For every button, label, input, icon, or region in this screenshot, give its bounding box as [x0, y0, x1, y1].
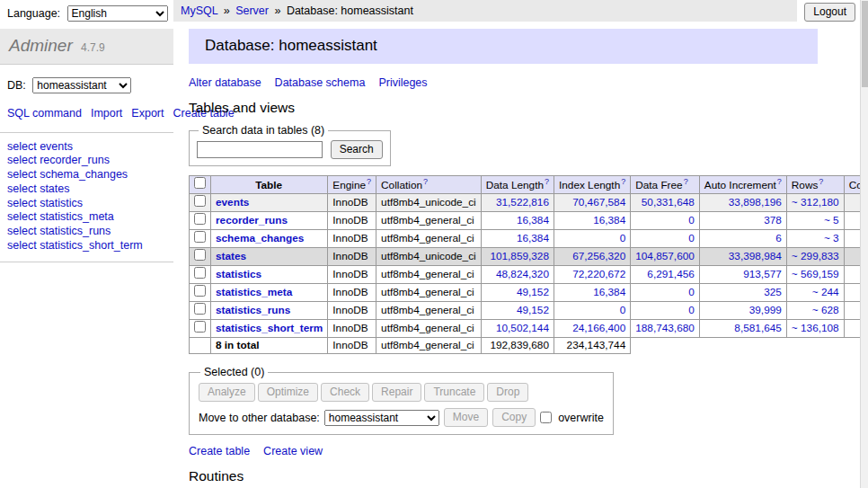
data-length-link[interactable]: 49,152: [517, 304, 549, 316]
breadcrumb-mysql-link[interactable]: MySQL: [181, 4, 217, 17]
move-db-select[interactable]: homeassistant: [324, 410, 439, 426]
data-free-link[interactable]: 0: [688, 232, 695, 244]
sidebar-table-link[interactable]: select statistics_short_term: [7, 239, 166, 253]
bulk-action-button[interactable]: Drop: [487, 383, 528, 402]
data-length-link[interactable]: 16,384: [517, 232, 549, 244]
table-link[interactable]: statistics_runs: [216, 304, 290, 316]
bulk-action-button[interactable]: Optimize: [258, 383, 318, 402]
data-free-link[interactable]: 188,743,680: [635, 322, 695, 334]
column-help-link[interactable]: ?: [684, 177, 688, 186]
bulk-action-button[interactable]: Check: [321, 383, 369, 402]
data-free-link[interactable]: 0: [688, 214, 695, 226]
bulk-action-button[interactable]: Truncate: [424, 383, 484, 402]
table-link[interactable]: statistics: [216, 268, 261, 280]
data-length-link[interactable]: 10,502,144: [496, 322, 549, 334]
sidebar-table-link[interactable]: select schema_changes: [7, 168, 166, 182]
search-button[interactable]: Search: [331, 140, 383, 159]
row-checkbox[interactable]: [194, 321, 206, 333]
search-input[interactable]: [197, 141, 323, 158]
column-help-link[interactable]: ?: [819, 177, 823, 186]
table-link[interactable]: recorder_runs: [216, 214, 288, 226]
logout-button[interactable]: Logout: [804, 3, 855, 22]
sidebar-table-link[interactable]: select recorder_runs: [7, 154, 166, 167]
rows-count-link[interactable]: ~ 299,833: [792, 250, 839, 262]
vertical-scrollbar[interactable]: [860, 0, 868, 488]
data-free-link[interactable]: 0: [688, 286, 695, 298]
db-select[interactable]: homeassistant: [32, 77, 131, 93]
table-link[interactable]: statistics_short_term: [216, 322, 323, 334]
index-length-link[interactable]: 16,384: [593, 286, 625, 298]
bulk-action-button[interactable]: Repair: [372, 383, 421, 402]
action-link[interactable]: Alter database: [189, 76, 261, 89]
table-link[interactable]: statistics_meta: [216, 286, 292, 298]
adminer-logo-link[interactable]: Adminer: [9, 36, 73, 55]
data-length-link[interactable]: 31,522,816: [496, 196, 549, 209]
data-free-link[interactable]: 104,857,600: [635, 250, 695, 262]
action-link[interactable]: Create table: [189, 445, 250, 457]
rows-count-link[interactable]: ~ 5: [824, 214, 839, 226]
auto-increment-link[interactable]: 6: [775, 232, 782, 244]
auto-increment-link[interactable]: 39,999: [749, 304, 782, 316]
index-length-link[interactable]: 0: [620, 304, 626, 316]
sidebar-action-link[interactable]: SQL command: [7, 107, 82, 120]
auto-increment-link[interactable]: 33,898,196: [729, 196, 782, 209]
action-link[interactable]: Create view: [263, 445, 323, 457]
index-length-link[interactable]: 70,467,584: [572, 196, 625, 209]
row-checkbox[interactable]: [194, 303, 206, 315]
table-link[interactable]: schema_changes: [216, 232, 304, 244]
bulk-action-button[interactable]: Analyze: [199, 383, 255, 402]
auto-increment-link[interactable]: 325: [764, 286, 782, 298]
table-link[interactable]: events: [216, 196, 249, 209]
row-checkbox[interactable]: [194, 249, 206, 261]
sidebar-table-link[interactable]: select statistics: [7, 197, 166, 210]
column-help-link[interactable]: ?: [621, 177, 625, 186]
sidebar-table-link[interactable]: select statistics_meta: [7, 210, 166, 224]
data-length-link[interactable]: 49,152: [517, 286, 549, 298]
column-help-link[interactable]: ?: [423, 177, 428, 186]
data-free-link[interactable]: 50,331,648: [642, 196, 695, 209]
auto-increment-link[interactable]: 378: [764, 214, 782, 226]
row-checkbox[interactable]: [194, 213, 206, 225]
column-help-link[interactable]: ?: [545, 177, 549, 186]
rows-count-link[interactable]: ~ 244: [812, 286, 839, 298]
column-help-link[interactable]: ?: [777, 177, 782, 186]
rows-count-link[interactable]: ~ 628: [812, 304, 839, 316]
index-length-link[interactable]: 67,256,320: [572, 250, 625, 262]
overwrite-checkbox[interactable]: [540, 412, 552, 423]
rows-count-link[interactable]: ~ 569,159: [792, 268, 839, 280]
move-button[interactable]: Move: [444, 408, 488, 427]
select-all-checkbox[interactable]: [194, 177, 206, 189]
table-link[interactable]: states: [216, 250, 246, 262]
row-checkbox[interactable]: [194, 267, 206, 279]
column-help-link[interactable]: ?: [367, 177, 371, 186]
data-free-link[interactable]: 0: [688, 304, 695, 316]
auto-increment-link[interactable]: 8,581,645: [734, 322, 781, 334]
row-checkbox[interactable]: [194, 231, 206, 243]
language-select[interactable]: English: [67, 5, 168, 22]
action-link[interactable]: Privileges: [378, 76, 427, 89]
data-length-link[interactable]: 16,384: [517, 214, 549, 226]
auto-increment-link[interactable]: 913,577: [743, 268, 782, 280]
row-checkbox[interactable]: [194, 195, 206, 207]
data-length-link[interactable]: 101,859,328: [490, 250, 549, 262]
index-length-link[interactable]: 16,384: [593, 214, 625, 226]
sidebar-action-link[interactable]: Import: [91, 107, 122, 120]
auto-increment-link[interactable]: 33,398,984: [729, 250, 782, 262]
rows-count-link[interactable]: ~ 3: [824, 232, 839, 244]
index-length-link[interactable]: 24,166,400: [572, 322, 625, 334]
rows-count-link[interactable]: ~ 312,180: [792, 196, 839, 209]
sidebar-table-link[interactable]: select events: [7, 140, 166, 154]
scrollbar-thumb[interactable]: [862, 1, 868, 87]
sidebar-action-link[interactable]: Export: [131, 107, 164, 120]
data-length-link[interactable]: 48,824,320: [496, 268, 549, 280]
data-free-link[interactable]: 6,291,456: [647, 268, 694, 280]
row-checkbox[interactable]: [194, 285, 206, 297]
sidebar-table-link[interactable]: select statistics_runs: [7, 225, 166, 238]
index-length-link[interactable]: 72,220,672: [572, 268, 625, 280]
index-length-link[interactable]: 0: [620, 232, 626, 244]
breadcrumb-server-link[interactable]: Server: [235, 4, 269, 17]
rows-count-link[interactable]: ~ 136,108: [792, 322, 839, 334]
sidebar-table-link[interactable]: select states: [7, 182, 166, 196]
copy-button[interactable]: Copy: [492, 408, 536, 427]
action-link[interactable]: Database schema: [275, 76, 366, 89]
